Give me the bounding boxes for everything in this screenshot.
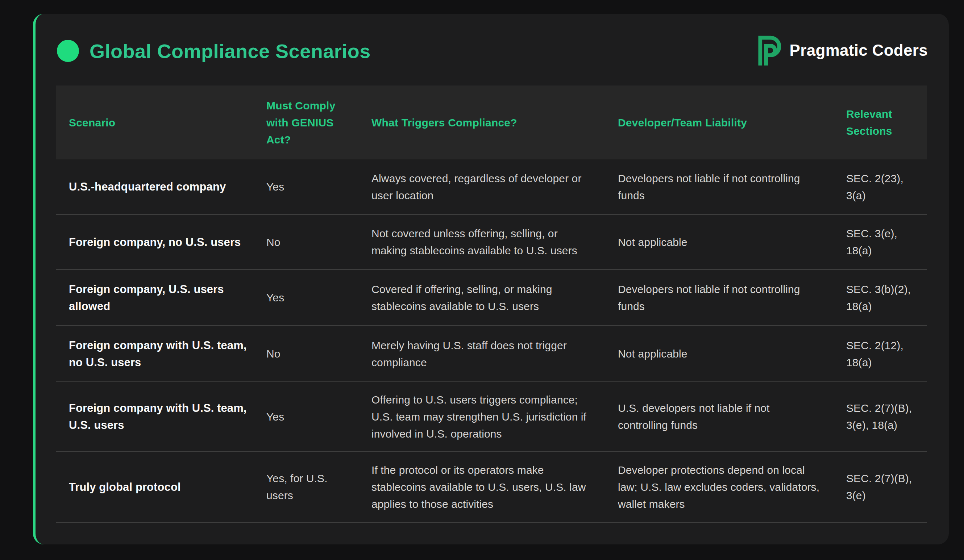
- cell-triggers: Merely having U.S. staff does not trigge…: [359, 326, 605, 381]
- cell-liability: Not applicable: [605, 326, 834, 381]
- column-header-sections: Relevant Sections: [834, 86, 927, 159]
- cell-sections: SEC. 3(e), 18(a): [834, 215, 927, 269]
- compliance-table: Scenario Must Comply with GENIUS Act? Wh…: [56, 86, 927, 523]
- table-row: U.S.-headquartered company Yes Always co…: [56, 159, 927, 215]
- brand-lockup: Pragmatic Coders: [758, 35, 928, 66]
- cell-triggers: Not covered unless offering, selling, or…: [359, 215, 605, 269]
- cell-liability: Not applicable: [605, 215, 834, 269]
- column-header-comply: Must Comply with GENIUS Act?: [254, 86, 359, 159]
- cell-liability: Developers not liable if not controlling…: [605, 159, 834, 214]
- table-header-row: Scenario Must Comply with GENIUS Act? Wh…: [56, 86, 927, 159]
- cell-sections: SEC. 2(7)(B), 3(e): [834, 452, 927, 522]
- infographic-stage: Global Compliance Scenarios Pragmatic Co…: [0, 0, 964, 560]
- table-row: Foreign company, U.S. users allowed Yes …: [56, 270, 927, 326]
- cell-scenario: U.S.-headquartered company: [56, 159, 254, 214]
- column-header-triggers: What Triggers Compliance?: [359, 86, 605, 159]
- cell-sections: SEC. 3(b)(2), 18(a): [834, 270, 927, 325]
- cell-scenario: Foreign company with U.S. team, no U.S. …: [56, 326, 254, 381]
- table-row: Foreign company, no U.S. users No Not co…: [56, 215, 927, 270]
- cell-sections: SEC. 2(23), 3(a): [834, 159, 927, 214]
- cell-liability: Developers not liable if not controlling…: [605, 270, 834, 325]
- cell-sections: SEC. 2(7)(B), 3(e), 18(a): [834, 382, 927, 451]
- cell-comply: No: [254, 215, 359, 269]
- cell-comply: No: [254, 326, 359, 381]
- brand-name: Pragmatic Coders: [790, 41, 928, 59]
- cell-liability: Developer protections depend on local la…: [605, 452, 834, 522]
- title-bullet-icon: [57, 40, 79, 62]
- column-header-scenario: Scenario: [56, 86, 254, 159]
- cell-comply: Yes: [254, 159, 359, 214]
- cell-scenario: Foreign company, U.S. users allowed: [56, 270, 254, 325]
- cell-liability: U.S. developers not liable if not contro…: [605, 382, 834, 451]
- cell-scenario: Truly global protocol: [56, 452, 254, 522]
- cell-triggers: Always covered, regardless of developer …: [359, 159, 605, 214]
- cell-comply: Yes: [254, 382, 359, 451]
- cell-scenario: Foreign company with U.S. team, U.S. use…: [56, 382, 254, 451]
- pragmatic-coders-logo-icon: [758, 35, 781, 66]
- cell-comply: Yes, for U.S. users: [254, 452, 359, 522]
- column-header-liability: Developer/Team Liability: [605, 86, 834, 159]
- cell-triggers: Offering to U.S. users triggers complian…: [359, 382, 605, 451]
- cell-comply: Yes: [254, 270, 359, 325]
- cell-scenario: Foreign company, no U.S. users: [56, 215, 254, 269]
- page-title: Global Compliance Scenarios: [90, 38, 371, 64]
- cell-triggers: If the protocol or its operators make st…: [359, 452, 605, 522]
- table-row: Truly global protocol Yes, for U.S. user…: [56, 452, 927, 523]
- cell-sections: SEC. 2(12), 18(a): [834, 326, 927, 381]
- cell-triggers: Covered if offering, selling, or making …: [359, 270, 605, 325]
- table-row: Foreign company with U.S. team, U.S. use…: [56, 382, 927, 452]
- table-row: Foreign company with U.S. team, no U.S. …: [56, 326, 927, 382]
